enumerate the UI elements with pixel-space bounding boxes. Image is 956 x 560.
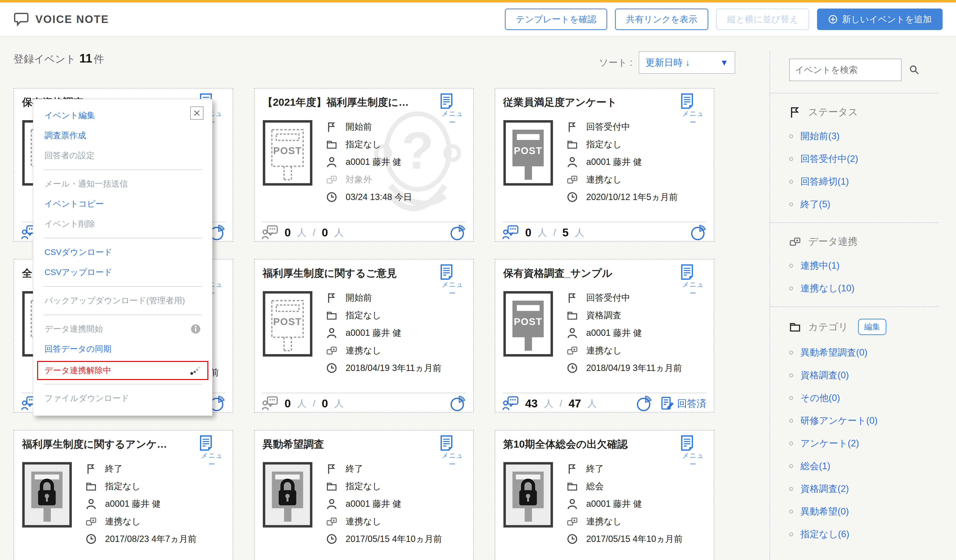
card-sync-status: 連携なし: [586, 516, 622, 527]
menu-item-event-edit[interactable]: イベント編集: [44, 105, 202, 126]
category-filter-item[interactable]: 資格調査(2): [789, 483, 939, 495]
add-event-label: 新しいイベントを追加: [842, 13, 932, 25]
card-title: 全: [22, 266, 32, 280]
data-link-filter-item[interactable]: 連携中(1): [789, 260, 939, 272]
category-filter-item[interactable]: 総会(1): [789, 460, 939, 472]
add-event-button[interactable]: 新しいイベントを追加: [817, 9, 943, 30]
menu-item-label: バックアップダウンロード(管理者用): [44, 295, 185, 306]
info-icon[interactable]: [190, 324, 201, 334]
category-filter-item[interactable]: 異動希望(0): [789, 505, 939, 518]
rearrange-button: 縦と横に並び替え: [716, 9, 809, 30]
menu-item-file-download[interactable]: ファイルダウンロード: [44, 388, 202, 408]
card-menu-button[interactable]: メニュー: [439, 93, 467, 127]
unit-label: 人: [334, 227, 344, 239]
category-filter-item[interactable]: 研修アンケート(0): [789, 414, 939, 427]
answered-badge[interactable]: 回答済: [660, 396, 706, 411]
card-menu-button[interactable]: メニュー: [679, 93, 708, 127]
sort-label: ソート :: [599, 57, 632, 69]
flag-icon: [567, 463, 578, 474]
card-category: 指定なし: [586, 138, 622, 151]
card-sync-status: 連携なし: [346, 516, 381, 527]
card-owner: a0001 藤井 健: [586, 327, 642, 339]
sort-value: 更新日時 ↓: [646, 57, 720, 69]
search-input[interactable]: [795, 65, 909, 75]
flag-icon: [567, 121, 578, 132]
pie-chart-icon[interactable]: [691, 225, 707, 241]
status-filter-label: 開始前(3): [800, 130, 840, 142]
flag-icon: [326, 121, 337, 132]
menu-item-label: イベント削除: [44, 218, 95, 230]
category-filter-label: 異動希望(0): [800, 505, 849, 518]
category-filter-list: 異動希望調査(0) 資格調査(0) その他(0) 研修アンケート(0) アンケー…: [789, 346, 939, 541]
menu-item-data-link-releasing[interactable]: データ連携解除中: [37, 361, 208, 380]
menu-item-label: CSVダウンロード: [44, 247, 112, 258]
show-share-link-button[interactable]: 共有リンクを表示: [615, 9, 708, 30]
event-card: 従業員満足度アンケート メニュー POST 回答受付中 指定なし a0001 藤…: [495, 88, 714, 242]
plus-circle-icon: [828, 14, 838, 24]
card-menu-label: メニュー: [679, 451, 708, 469]
status-filter-item[interactable]: 終了(5): [789, 198, 939, 211]
pie-chart-icon[interactable]: [450, 225, 466, 241]
bullet-icon: [789, 442, 793, 445]
flag-icon: [567, 292, 578, 303]
menu-divider: [44, 384, 202, 384]
menu-item-backup-download[interactable]: バックアップダウンロード(管理者用): [44, 291, 202, 311]
card-divider: [262, 222, 466, 222]
menu-item-bulk-mail[interactable]: メール・通知一括送信: [44, 174, 202, 194]
card-menu-button[interactable]: メニュー: [679, 435, 708, 469]
status-filter-item[interactable]: 回答受付中(2): [789, 153, 939, 165]
category-filter-item[interactable]: その他(0): [789, 392, 939, 404]
person-icon: [85, 498, 97, 510]
edit-categories-button[interactable]: 編集: [858, 319, 887, 335]
data-link-icon: [326, 345, 337, 356]
folder-icon: [326, 310, 337, 321]
close-icon[interactable]: [190, 107, 203, 120]
respondents-icon: [262, 225, 278, 240]
category-filter-label: 資格調査(2): [800, 483, 849, 495]
check-template-button[interactable]: テンプレートを確認: [505, 9, 607, 30]
status-filter-item[interactable]: 開始前(3): [789, 130, 939, 142]
card-menu-button[interactable]: メニュー: [679, 264, 708, 298]
person-icon: [567, 156, 578, 168]
category-filter-item[interactable]: 指定なし(6): [789, 528, 939, 541]
bullet-icon: [789, 203, 793, 206]
search-icon[interactable]: [909, 64, 920, 76]
card-menu-button[interactable]: メニュー: [439, 264, 467, 298]
post-thumbnail: [503, 462, 553, 528]
menu-item-label: 回答者の設定: [44, 150, 94, 161]
menu-item-csv-upload[interactable]: CSVアップロード: [44, 262, 202, 282]
bullet-icon: [789, 180, 793, 184]
clock-icon: [85, 533, 97, 544]
card-title: 保有資格調査_サンプル: [503, 266, 612, 280]
menu-item-create-survey[interactable]: 調査票作成: [44, 126, 202, 146]
sort-select[interactable]: 更新日時 ↓ ▼: [639, 51, 735, 74]
bullet-icon: [789, 419, 793, 423]
category-filter-item[interactable]: アンケート(2): [789, 437, 939, 450]
menu-item-answer-sync[interactable]: 回答データの同期: [44, 339, 202, 359]
data-link-filter-item[interactable]: 連携なし(10): [789, 282, 939, 294]
top-accent-bar: [0, 0, 956, 2]
card-divider: [503, 222, 706, 222]
pie-chart-icon[interactable]: [637, 395, 653, 412]
menu-item-respondent-settings[interactable]: 回答者の設定: [44, 146, 202, 165]
status-filter-item[interactable]: 回答締切(1): [789, 175, 939, 188]
category-filter-item[interactable]: 異動希望調査(0): [789, 346, 939, 359]
clock-icon: [326, 533, 337, 544]
menu-item-csv-download[interactable]: CSVダウンロード: [44, 242, 202, 262]
menu-item-event-copy[interactable]: イベントコピー: [44, 194, 202, 214]
post-thumbnail: POST: [263, 291, 313, 357]
category-filter-item[interactable]: 資格調査(0): [789, 369, 939, 381]
menu-item-event-delete[interactable]: イベント削除: [44, 214, 202, 234]
card-menu-label: メニュー: [439, 280, 467, 298]
unit-label: 人: [297, 227, 307, 239]
svg-text:POST: POST: [273, 316, 302, 327]
rearrange-label: 縦と横に並び替え: [727, 13, 798, 25]
card-status: 開始前: [346, 292, 372, 304]
menu-item-data-link-start[interactable]: データ連携開始: [44, 319, 202, 339]
card-divider: [503, 393, 706, 393]
card-menu-button[interactable]: メニュー: [439, 435, 467, 469]
respondents-icon: [262, 396, 278, 411]
pie-chart-icon[interactable]: [450, 395, 466, 412]
card-menu-button[interactable]: メニュー: [198, 435, 226, 469]
bullet-icon: [789, 487, 793, 491]
